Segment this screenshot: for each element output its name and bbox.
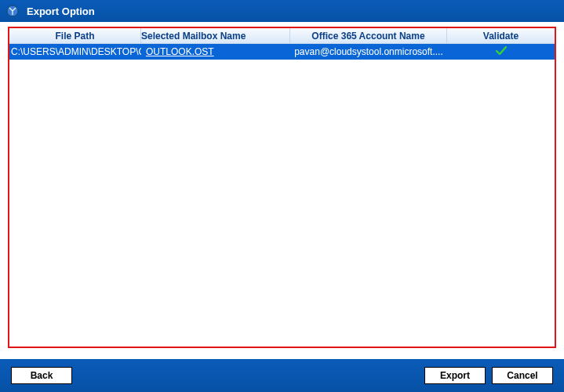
cell-validate bbox=[447, 44, 555, 60]
cell-mailbox-name[interactable]: OUTLOOK.OST bbox=[141, 44, 290, 60]
table-row[interactable]: C:\USERS\ADMIN\DESKTOP\O... OUTLOOK.OST … bbox=[9, 44, 555, 60]
content-area: File Path Selected Mailbox Name Office 3… bbox=[0, 22, 564, 359]
title-bar: Export Option bbox=[0, 0, 564, 22]
table-header-row: File Path Selected Mailbox Name Office 3… bbox=[9, 28, 555, 44]
header-mailbox-name[interactable]: Selected Mailbox Name bbox=[141, 28, 290, 43]
header-file-path[interactable]: File Path bbox=[9, 28, 141, 43]
cancel-button[interactable]: Cancel bbox=[492, 367, 553, 384]
cell-file-path: C:\USERS\ADMIN\DESKTOP\O... bbox=[9, 44, 141, 60]
export-button[interactable]: Export bbox=[424, 367, 486, 384]
cell-account-name: pavan@cloudsystool.onmicrosoft.... bbox=[290, 44, 447, 60]
app-icon bbox=[6, 5, 19, 17]
footer-bar: Back Export Cancel bbox=[0, 359, 564, 392]
window-title: Export Option bbox=[27, 5, 95, 17]
checkmark-icon bbox=[496, 46, 507, 58]
header-account-name[interactable]: Office 365 Account Name bbox=[290, 28, 447, 43]
back-button[interactable]: Back bbox=[11, 367, 72, 384]
header-validate[interactable]: Validate bbox=[447, 28, 555, 43]
export-table: File Path Selected Mailbox Name Office 3… bbox=[8, 27, 556, 348]
